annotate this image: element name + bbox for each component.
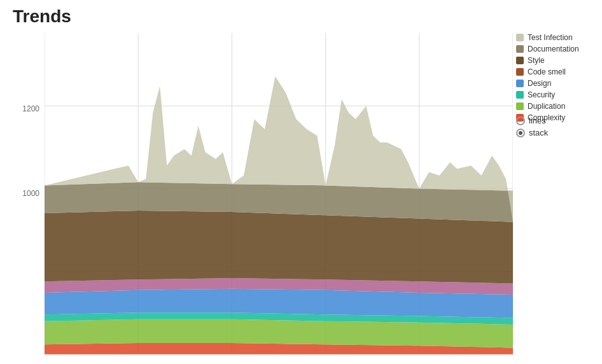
legend-item-label: Security [528, 90, 555, 99]
legend-swatch [516, 68, 524, 76]
lines-label: lines [529, 116, 546, 125]
legend-item-label: Documentation [528, 45, 579, 53]
stack-radio-inner [519, 131, 522, 135]
chart-container: Mar Apr May Jun Jul [45, 33, 513, 358]
legend-item-label: Duplication [528, 102, 565, 111]
legend-item-label: Code smell [528, 67, 566, 76]
y-label-1200: 1200 [22, 104, 39, 113]
legend-swatch [516, 45, 524, 53]
legend-swatch [516, 102, 524, 110]
legend-item-style: Style [516, 56, 602, 65]
svg-text:Jun: Jun [317, 356, 332, 358]
y-label-1000: 1000 [22, 189, 39, 198]
svg-text:Mar: Mar [45, 356, 60, 358]
stack-label: stack [529, 128, 548, 137]
stack-radio[interactable] [516, 129, 525, 137]
legend-item-label: Test Infection [528, 33, 573, 42]
lines-option[interactable]: lines [516, 116, 602, 125]
legend-swatch [516, 80, 524, 87]
page: Trends 1200 1000 [0, 0, 602, 364]
legend-swatch [516, 91, 524, 99]
chart-svg: Mar Apr May Jun Jul [45, 33, 513, 358]
legend-item-label: Design [528, 79, 551, 88]
chart-area: 1200 1000 [6, 33, 602, 358]
y-axis: 1200 1000 [6, 33, 45, 358]
legend-swatch [516, 34, 524, 41]
svg-marker-15 [45, 211, 513, 283]
legend-item-label: Style [528, 56, 545, 65]
page-title: Trends [6, 6, 602, 27]
svg-text:Jul: Jul [409, 356, 421, 358]
legend: Test Infection Documentation Style Code … [516, 33, 602, 125]
legend-item-duplication: Duplication [516, 102, 602, 111]
svg-text:May: May [224, 356, 241, 358]
legend-item-code-smell: Code smell [516, 67, 602, 76]
stack-option[interactable]: stack [516, 128, 602, 137]
legend-item-security: Security [516, 90, 602, 99]
legend-item-documentation: Documentation [516, 45, 602, 53]
legend-item-test-infection: Test Infection [516, 33, 602, 42]
lines-radio[interactable] [516, 116, 525, 125]
svg-text:Apr: Apr [132, 356, 146, 358]
view-options: lines stack [516, 116, 602, 140]
legend-item-design: Design [516, 79, 602, 88]
legend-swatch [516, 57, 524, 64]
